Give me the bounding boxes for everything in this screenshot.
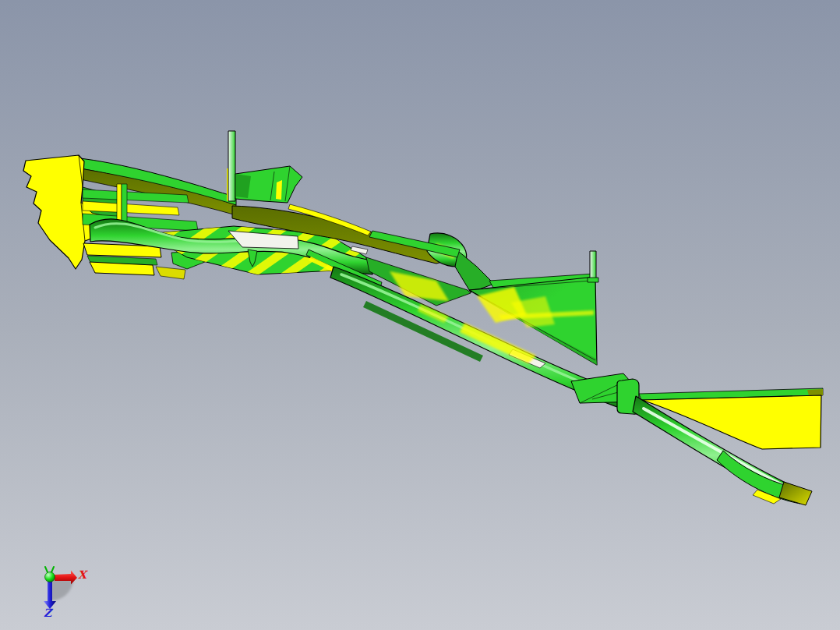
model-vertical-post	[228, 131, 235, 201]
model-right-strip-olive	[807, 389, 823, 395]
y-axis-stub	[45, 567, 54, 572]
x-axis-label: X	[78, 568, 88, 581]
z-axis-label: Z	[44, 607, 54, 619]
triad-shadow	[50, 579, 73, 600]
render-canvas[interactable]: X Z	[0, 0, 840, 630]
part-model[interactable]	[23, 131, 823, 505]
origin-sphere	[45, 572, 55, 582]
model-gusset-post	[590, 251, 596, 279]
viewport-3d[interactable]: X Z	[0, 0, 840, 630]
model-step-quad	[455, 251, 494, 292]
model-beam-tip	[779, 482, 812, 505]
model-gusset-post-foot	[588, 278, 598, 282]
model-post-pair-green	[122, 184, 127, 223]
axis-triad[interactable]: X Z	[44, 567, 88, 619]
model-panel-yellow-sliver	[276, 180, 282, 200]
model-lower-tab-yellow	[156, 267, 185, 279]
model-post-pair-yellow	[117, 184, 122, 223]
